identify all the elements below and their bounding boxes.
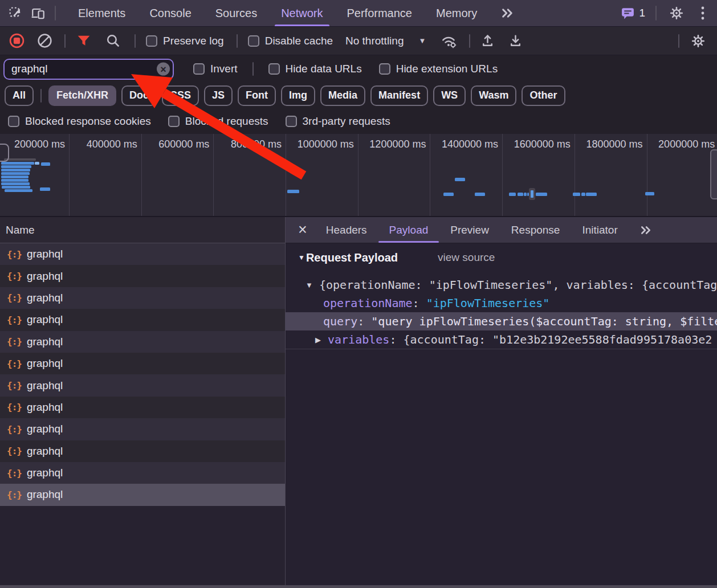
filter-chip-all[interactable]: All (5, 85, 34, 106)
filter-toggle-button[interactable] (76, 34, 91, 48)
device-toolbar-icon (31, 6, 46, 20)
option-blocked-response-cookies[interactable]: Blocked response cookies (8, 115, 151, 128)
network-conditions-button[interactable] (441, 33, 458, 48)
request-row[interactable]: {:}graphql (0, 397, 285, 418)
filter-chip-wasm[interactable]: Wasm (471, 85, 516, 106)
request-row[interactable]: {:}graphql (0, 309, 285, 330)
search-button[interactable] (105, 33, 121, 48)
filter-chip-manifest[interactable]: Manifest (370, 85, 428, 106)
name-column-header[interactable]: Name (0, 217, 285, 243)
filter-chip-doc[interactable]: Doc (121, 85, 157, 106)
request-row[interactable]: {:}graphql (0, 287, 285, 309)
request-list: {:}graphql{:}graphql{:}graphql{:}graphql… (0, 243, 285, 506)
request-payload-section-header[interactable]: ▼ Request Payload view source (286, 243, 717, 272)
export-har-button[interactable] (480, 33, 495, 48)
waterfall-bar (1, 165, 31, 168)
network-conditions-wifi-icon (441, 33, 458, 48)
request-row[interactable]: {:}graphql (0, 440, 285, 462)
3rd-party-requests-checkbox[interactable] (286, 116, 297, 127)
clear-network-log-button[interactable] (37, 33, 52, 48)
tab-sources[interactable]: Sources (203, 0, 269, 26)
close-details-button[interactable]: × (298, 222, 307, 238)
filter-chip-fetch-xhr[interactable]: Fetch/XHR (48, 85, 116, 106)
network-overview-timeline[interactable]: 200000 ms400000 ms600000 ms800000 ms1000… (0, 134, 717, 217)
section-collapse-triangle-icon[interactable]: ▼ (298, 254, 305, 262)
tab-network[interactable]: Network (269, 0, 335, 26)
timeline-tick-label: 200000 ms (0, 134, 69, 150)
network-settings-button[interactable] (691, 34, 706, 48)
disable-cache-checkbox[interactable] (248, 35, 259, 47)
chevron-double-right-icon (640, 224, 651, 236)
view-source-link[interactable]: view source (438, 251, 495, 264)
fetch-xhr-braces-icon: {:} (7, 249, 22, 260)
devtools-window: ElementsConsoleSourcesNetworkPerformance… (0, 0, 717, 588)
timeline-tick-label: 600000 ms (142, 134, 214, 150)
toolbar-divider (678, 34, 679, 48)
gear-icon (669, 6, 684, 21)
hide-extension-urls-option[interactable]: Hide extension URLs (379, 63, 498, 75)
filter-chip-media[interactable]: Media (320, 85, 365, 106)
request-row[interactable]: {:}graphql (0, 374, 285, 396)
device-toolbar-button[interactable] (30, 5, 47, 22)
import-har-button[interactable] (508, 33, 523, 48)
issues-badge[interactable]: 1 (621, 6, 645, 20)
option-blocked-requests[interactable]: Blocked requests (168, 115, 268, 128)
blocked-response-cookies-checkbox[interactable] (8, 116, 19, 127)
invert-checkbox[interactable] (193, 63, 205, 75)
request-row[interactable]: {:}graphql (0, 243, 285, 265)
request-row[interactable]: {:}graphql (0, 462, 285, 484)
request-row[interactable]: {:}graphql (0, 265, 285, 287)
toolbar-divider (655, 6, 657, 21)
request-row[interactable]: {:}graphql (0, 331, 285, 353)
payload-key: variables (328, 333, 389, 346)
option-3rd-party-requests[interactable]: 3rd-party requests (286, 115, 390, 128)
fetch-xhr-braces-icon: {:} (7, 315, 22, 325)
clear-filter-icon[interactable]: × (157, 63, 170, 76)
filter-input[interactable] (3, 59, 174, 80)
filter-chip-ws[interactable]: WS (433, 85, 466, 106)
hide-data-urls-checkbox[interactable] (268, 63, 280, 75)
tab-elements[interactable]: Elements (66, 0, 137, 26)
request-row[interactable]: {:}graphql (0, 418, 285, 440)
more-detail-tabs-button[interactable] (640, 224, 651, 236)
filter-chip-css[interactable]: CSS (162, 85, 199, 106)
preserve-log-option[interactable]: Preserve log (146, 35, 224, 47)
filter-chip-font[interactable]: Font (238, 85, 276, 106)
inspect-element-button[interactable] (7, 5, 24, 22)
request-row[interactable]: {:}graphql (0, 353, 285, 374)
tab-performance[interactable]: Performance (335, 0, 425, 26)
overview-right-handle[interactable] (710, 149, 717, 199)
expand-triangle-icon[interactable]: ▶ (315, 336, 328, 344)
blocked-requests-checkbox[interactable] (168, 116, 180, 127)
invert-option[interactable]: Invert (193, 63, 238, 75)
detail-tab-preview[interactable]: Preview (450, 217, 489, 243)
filter-chip-other[interactable]: Other (522, 85, 565, 106)
request-row[interactable]: {:}graphql (0, 484, 285, 505)
preserve-log-checkbox[interactable] (146, 35, 157, 47)
collapse-triangle-icon[interactable]: ▼ (305, 281, 319, 289)
detail-tab-response[interactable]: Response (511, 217, 560, 243)
tab-memory[interactable]: Memory (424, 0, 489, 26)
overview-left-handle[interactable] (0, 144, 9, 162)
devtools-settings-button[interactable] (668, 5, 685, 22)
more-options-button[interactable] (694, 5, 711, 22)
detail-tab-initiator[interactable]: Initiator (582, 217, 617, 243)
disable-cache-option[interactable]: Disable cache (248, 35, 333, 47)
payload-query-row-selected[interactable]: query: "query ipFlowTimeseries($accountT… (286, 312, 717, 330)
hide-data-urls-option[interactable]: Hide data URLs (268, 63, 362, 75)
filter-chip-js[interactable]: JS (204, 85, 233, 106)
tab-console[interactable]: Console (137, 0, 203, 26)
throttling-select[interactable]: No throttling ▼ (345, 35, 426, 47)
inspect-cursor-icon (9, 6, 22, 20)
filter-chip-img[interactable]: Img (281, 85, 315, 106)
timeline-tick-label: 1400000 ms (430, 134, 502, 150)
hide-extension-urls-checkbox[interactable] (379, 63, 390, 75)
timeline-column: 600000 ms (142, 134, 214, 216)
more-panels-button[interactable] (489, 0, 525, 26)
payload-root-row[interactable]: ▼ {operationName: "ipFlowTimeseries", va… (286, 276, 717, 294)
payload-operationname-row[interactable]: operationName: "ipFlowTimeseries" (286, 294, 717, 312)
detail-tab-headers[interactable]: Headers (326, 217, 367, 243)
detail-tab-payload[interactable]: Payload (389, 217, 429, 243)
record-network-log-button[interactable] (9, 33, 25, 48)
payload-variables-row[interactable]: ▶ variables: {accountTag: "b12e3b2192ee5… (286, 330, 717, 349)
